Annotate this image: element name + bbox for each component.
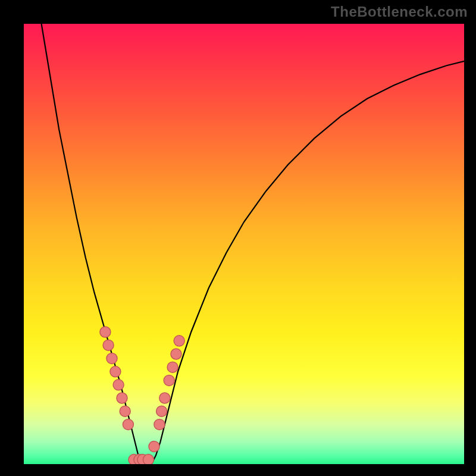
highlighted-point [171, 349, 181, 359]
chart-svg [24, 24, 464, 464]
highlighted-point [154, 419, 165, 430]
highlighted-point [100, 327, 111, 337]
highlighted-point [120, 406, 130, 416]
highlighted-point [159, 393, 170, 403]
highlighted-point [156, 406, 167, 416]
highlighted-point [149, 441, 159, 452]
highlighted-point [174, 336, 184, 346]
highlighted-point [113, 380, 124, 390]
highlighted-point [110, 367, 121, 377]
highlighted-point [143, 455, 154, 464]
chart-frame: TheBottleneck.com [0, 0, 476, 476]
highlighted-point [117, 393, 127, 403]
highlighted-point [164, 375, 174, 386]
plot-area [24, 24, 464, 464]
highlighted-point [167, 362, 178, 372]
highlighted-point [123, 419, 133, 430]
watermark-label: TheBottleneck.com [331, 4, 468, 20]
highlighted-point [107, 353, 117, 364]
bottleneck-curve [42, 24, 464, 464]
highlighted-point [103, 340, 114, 350]
